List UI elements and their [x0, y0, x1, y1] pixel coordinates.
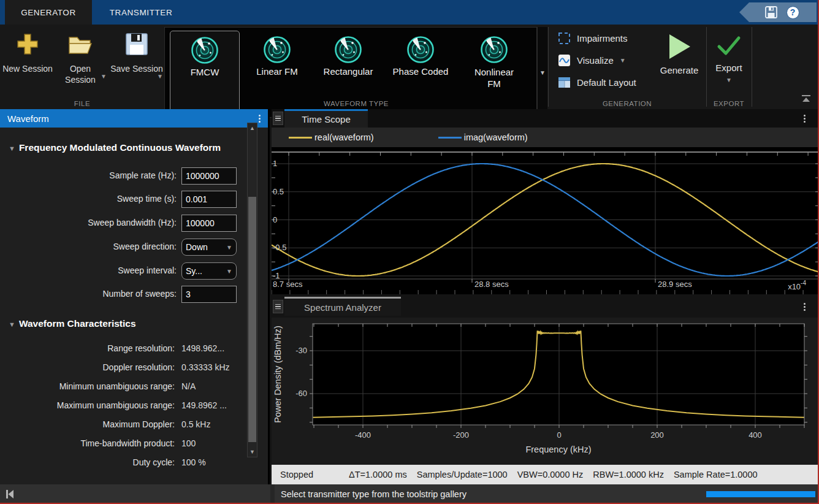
svg-text:-400: -400 — [355, 430, 371, 440]
section-fmcw-header[interactable]: ▼Frequency Modulated Continuous Waveform — [9, 142, 221, 153]
range-resolution-label: Range resolution: — [0, 343, 175, 353]
collapse-panel-icon[interactable] — [5, 489, 15, 499]
new-session-label: New Session — [2, 64, 53, 74]
visualize-toggle[interactable]: Visualize ▼ — [558, 54, 626, 67]
main-area: Waveform ▼Frequency Modulated Continuous… — [0, 109, 818, 484]
characteristic-row: Maximum unambiguous range: 149.8962 ... — [0, 400, 245, 414]
svg-text:-1: -1 — [273, 271, 280, 280]
visualize-label: Visualize — [577, 55, 614, 66]
generate-play-icon — [666, 32, 693, 61]
sweep-interval-dropdown[interactable]: Sy... ▼ — [181, 262, 237, 280]
panel-menu-icon[interactable] — [273, 300, 283, 313]
stat-rbw: RBW=1.0000 kHz — [593, 470, 664, 479]
save-icon[interactable] — [764, 6, 778, 19]
svg-text:200: 200 — [650, 430, 664, 440]
stat-delta-t: ΔT=1.0000 ms — [349, 470, 407, 479]
default-layout-icon — [558, 76, 571, 89]
impairments-label: Impairments — [577, 33, 628, 44]
default-layout-toggle[interactable]: Default Layout — [558, 76, 636, 89]
app-window: GENERATOR TRANSMITTER ? New Session Open… — [0, 0, 819, 504]
export-button[interactable]: Export ▼ — [709, 29, 749, 103]
sweep-time-input[interactable] — [181, 191, 237, 208]
scrollbar-thumb[interactable] — [248, 197, 256, 442]
panel-menu-icon[interactable] — [273, 112, 283, 125]
dropdown-caret-icon: ▼ — [226, 244, 232, 251]
bottom-bar-right: Select transmitter type from the toolstr… — [275, 484, 818, 504]
open-session-caret-icon[interactable]: ▼ — [101, 73, 107, 80]
progress-bar — [706, 491, 815, 497]
waveform-panel-title: Waveform — [7, 113, 49, 124]
sweep-time-label: Sweep time (s): — [0, 194, 177, 204]
collapse-triangle-icon: ▼ — [9, 145, 15, 152]
max-unambiguous-range-value: 149.8962 ... — [181, 400, 227, 410]
waveform-panel: Waveform ▼Frequency Modulated Continuous… — [0, 109, 270, 484]
stat-vbw: VBW=0.0000 Hz — [517, 470, 584, 479]
new-session-plus-icon — [1, 32, 54, 58]
number-of-sweeps-label: Number of sweeps: — [0, 289, 177, 299]
quick-access-toolbar: ? — [739, 2, 817, 22]
characteristic-row: Minimum unambiguous range: N/A — [0, 381, 245, 395]
scopes-column: Time Scope real(waveform) imag(waveform)… — [272, 109, 819, 484]
sample-rate-input[interactable] — [181, 167, 237, 185]
characteristic-row: Duty cycle: 100 % — [0, 457, 245, 471]
min-unambiguous-range-label: Minimum unambiguous range: — [0, 381, 175, 391]
section-characteristics-header[interactable]: ▼Waveform Characteristics — [9, 318, 136, 329]
gallery-item-label: FMCW — [191, 67, 219, 77]
spectrum-plot: -30-60-400-2000200400Frequency (kHz)Powe… — [272, 318, 819, 465]
sweep-bandwidth-input[interactable] — [181, 215, 237, 232]
tab-spectrum-analyzer[interactable]: Spectrum Analyzer — [284, 297, 401, 316]
collapse-toolstrip-icon[interactable] — [801, 94, 812, 105]
open-session-button[interactable]: Open Session ▼ — [54, 29, 107, 96]
visualize-caret-icon[interactable]: ▼ — [620, 57, 626, 64]
group-divider — [706, 27, 707, 107]
tab-time-scope[interactable]: Time Scope — [284, 109, 368, 128]
max-unambiguous-range-label: Maximum unambiguous range: — [0, 400, 175, 410]
new-session-button[interactable]: New Session — [1, 29, 54, 96]
duty-cycle-value: 100 % — [181, 457, 206, 467]
legend-line-swatch — [289, 137, 312, 139]
legend-line-swatch — [438, 137, 462, 139]
sweep-direction-value: Down — [186, 242, 208, 252]
svg-text:8.7 secs: 8.7 secs — [273, 280, 303, 289]
sweep-bandwidth-label: Sweep bandwidth (Hz): — [0, 218, 177, 227]
gallery-item-label: Rectangular — [324, 66, 373, 77]
open-session-label: Open Session — [65, 64, 96, 85]
legend-label: imag(waveform) — [464, 132, 528, 142]
save-session-caret-icon[interactable]: ▼ — [157, 73, 163, 80]
min-unambiguous-range-value: N/A — [181, 381, 196, 391]
help-icon[interactable]: ? — [787, 6, 799, 19]
svg-text:0.5: 0.5 — [273, 187, 284, 196]
legend-item-imag: imag(waveform) — [438, 132, 528, 142]
scroll-up-icon[interactable]: ▲ — [248, 123, 257, 133]
spectrum-options-icon[interactable] — [804, 303, 806, 311]
group-divider — [548, 27, 549, 107]
export-label: Export — [715, 63, 742, 73]
gallery-item-label: Nonlinear FM — [468, 66, 520, 90]
group-divider — [752, 27, 752, 107]
save-session-button[interactable]: Save Session ▼ — [110, 29, 163, 96]
title-tab-bar: GENERATOR TRANSMITTER ? — [0, 0, 818, 25]
maximum-doppler-value: 0.5 kHz — [181, 419, 210, 429]
field-row: Sweep interval: Sy... ▼ — [0, 262, 245, 280]
svg-text:-30: -30 — [295, 346, 307, 355]
impairments-toggle[interactable]: Impairments — [558, 32, 628, 45]
open-folder-icon — [54, 32, 107, 58]
save-session-label: Save Session — [110, 64, 163, 74]
bottom-status-bar: Select transmitter type from the toolstr… — [0, 484, 818, 504]
range-resolution-value: 1498.962... — [181, 343, 224, 353]
export-caret-icon[interactable]: ▼ — [709, 77, 749, 83]
waveform-panel-scrollbar[interactable]: ▲ ▼ — [247, 123, 257, 457]
tab-generator[interactable]: GENERATOR — [5, 0, 92, 25]
generate-button[interactable]: Generate — [651, 29, 707, 103]
time-scope-options-icon[interactable] — [804, 115, 806, 123]
impairments-icon — [558, 32, 571, 45]
panel-options-icon[interactable] — [259, 115, 261, 123]
sweep-direction-dropdown[interactable]: Down ▼ — [181, 239, 237, 256]
tab-transmitter[interactable]: TRANSMITTER — [92, 0, 190, 25]
sweep-direction-label: Sweep direction: — [0, 242, 177, 251]
number-of-sweeps-input[interactable] — [181, 286, 237, 303]
scroll-down-icon[interactable]: ▼ — [248, 447, 257, 457]
gallery-item-label: Phase Coded — [393, 66, 449, 77]
export-check-icon — [716, 34, 742, 58]
doppler-resolution-value: 0.33333 kHz — [181, 362, 230, 372]
